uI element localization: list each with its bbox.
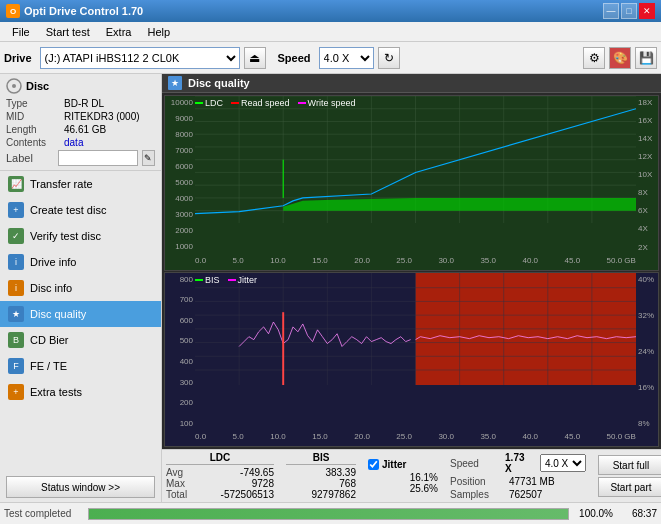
start-part-button[interactable]: Start part <box>598 477 661 497</box>
ldc-total-val: -572506513 <box>204 489 274 500</box>
drive-select[interactable]: (J:) ATAPI iHBS112 2 CL0K <box>40 47 240 69</box>
speed-stat-label: Speed <box>450 458 501 469</box>
nav-disc-info-label: Disc info <box>30 282 72 294</box>
progress-bar-outer <box>88 508 569 520</box>
nav-transfer-rate-label: Transfer rate <box>30 178 93 190</box>
nav-verify-test-disc[interactable]: ✓ Verify test disc <box>0 223 161 249</box>
position-label: Position <box>450 476 505 487</box>
disc-label-input[interactable] <box>58 150 138 166</box>
speed-select[interactable]: 4.0 X 1.0 X 2.0 X 8.0 X <box>319 47 374 69</box>
ldc-label: LDC <box>205 98 223 108</box>
minimize-button[interactable]: — <box>603 3 619 19</box>
nav-items: 📈 Transfer rate + Create test disc ✓ Ver… <box>0 171 161 472</box>
menu-extra[interactable]: Extra <box>98 24 140 40</box>
nav-create-test-disc[interactable]: + Create test disc <box>0 197 161 223</box>
svg-point-1 <box>12 84 16 88</box>
bis-avg-val: 383.39 <box>286 467 356 478</box>
nav-disc-info[interactable]: i Disc info <box>0 275 161 301</box>
transfer-rate-icon: 📈 <box>8 176 24 192</box>
nav-drive-info[interactable]: i Drive info <box>0 249 161 275</box>
speed-stat-select[interactable]: 4.0 X 1.0 X 2.0 X <box>540 454 587 472</box>
speed-label: Speed <box>278 52 311 64</box>
ldc-max-row: Max 9728 <box>166 478 274 489</box>
settings-button[interactable]: ⚙ <box>583 47 605 69</box>
progress-area: Test completed 100.0% 68:37 <box>0 502 661 524</box>
samples-label: Samples <box>450 489 505 500</box>
write-speed-legend: Write speed <box>298 98 356 108</box>
ldc-stats-header: LDC <box>166 452 274 465</box>
position-val: 47731 MB <box>509 476 555 487</box>
ldc-legend: LDC <box>195 98 223 108</box>
disc-length-key: Length <box>6 124 64 135</box>
menu-help[interactable]: Help <box>139 24 178 40</box>
color-button[interactable]: 🎨 <box>609 47 631 69</box>
jitter-avg-row: 16.1% <box>368 472 438 483</box>
verify-test-disc-icon: ✓ <box>8 228 24 244</box>
progress-time: 68:37 <box>617 508 657 519</box>
eject-button[interactable]: ⏏ <box>244 47 266 69</box>
nav-create-test-disc-label: Create test disc <box>30 204 106 216</box>
disc-contents-row: Contents data <box>6 137 155 148</box>
total-label: Total <box>166 489 196 500</box>
jitter-avg-val: 16.1% <box>368 472 438 483</box>
speed-row: Speed 1.73 X 4.0 X 1.0 X 2.0 X <box>450 452 586 474</box>
disc-type-val: BD-R DL <box>64 98 155 109</box>
jitter-checkbox[interactable] <box>368 459 379 470</box>
bottom-chart-legend: BIS Jitter <box>195 275 257 285</box>
jitter-dot <box>228 279 236 281</box>
disc-length-val: 46.61 GB <box>64 124 155 135</box>
top-y-axis-right: 18X 16X 14X 12X 10X 8X 6X 4X 2X <box>638 96 658 254</box>
disc-type-row: Type BD-R DL <box>6 98 155 109</box>
disc-icon <box>6 78 22 94</box>
bis-stats: BIS 383.39 768 92797862 <box>286 452 356 500</box>
nav-drive-info-label: Drive info <box>30 256 76 268</box>
stats-main-row: LDC Avg -749.65 Max 9728 Total -57250651… <box>166 452 657 500</box>
disc-mid-val: RITEKDR3 (000) <box>64 111 155 122</box>
nav-cd-bier[interactable]: B CD Bier <box>0 327 161 353</box>
jitter-stats-header: Jitter <box>382 459 406 470</box>
disc-length-row: Length 46.61 GB <box>6 124 155 135</box>
top-chart-legend: LDC Read speed Write speed <box>195 98 355 108</box>
nav-disc-quality[interactable]: ★ Disc quality <box>0 301 161 327</box>
top-chart: LDC Read speed Write speed 10000 9000 <box>164 95 659 271</box>
bottom-chart-svg <box>195 273 636 386</box>
menu-file[interactable]: File <box>4 24 38 40</box>
bis-total-row: 92797862 <box>286 489 356 500</box>
save-button[interactable]: 💾 <box>635 47 657 69</box>
ldc-stats: LDC Avg -749.65 Max 9728 Total -57250651… <box>166 452 274 500</box>
nav-disc-quality-label: Disc quality <box>30 308 86 320</box>
app-icon: O <box>6 4 20 18</box>
disc-quality-header-icon: ★ <box>168 76 182 90</box>
app-title: Opti Drive Control 1.70 <box>24 5 143 17</box>
top-y-axis-left: 10000 9000 8000 7000 6000 5000 4000 3000… <box>165 96 195 254</box>
maximize-button[interactable]: □ <box>621 3 637 19</box>
nav-fe-te[interactable]: F FE / TE <box>0 353 161 379</box>
cd-bier-icon: B <box>8 332 24 348</box>
speed-stat-val: 1.73 X <box>505 452 532 474</box>
write-speed-dot <box>298 102 306 104</box>
sidebar: Disc Type BD-R DL MID RITEKDR3 (000) Len… <box>0 74 162 502</box>
start-full-button[interactable]: Start full <box>598 455 661 475</box>
jitter-section: Jitter 16.1% 25.6% <box>368 459 438 494</box>
bottom-chart: BIS Jitter 800 700 600 500 400 300 200 <box>164 272 659 448</box>
nav-cd-bier-label: CD Bier <box>30 334 69 346</box>
read-speed-legend: Read speed <box>231 98 290 108</box>
bottom-y-axis-right: 40% 32% 24% 16% 8% <box>638 273 658 431</box>
status-window-button[interactable]: Status window >> <box>6 476 155 498</box>
disc-header: Disc <box>6 78 155 94</box>
toolbar: Drive (J:) ATAPI iHBS112 2 CL0K ⏏ Speed … <box>0 42 661 74</box>
label-edit-button[interactable]: ✎ <box>142 150 155 166</box>
jitter-header-row: Jitter <box>368 459 438 470</box>
ldc-avg-row: Avg -749.65 <box>166 467 274 478</box>
bis-label: BIS <box>205 275 220 285</box>
progress-bar-inner <box>89 509 568 519</box>
disc-quality-header: ★ Disc quality <box>162 74 661 93</box>
disc-contents-key: Contents <box>6 137 64 148</box>
menu-start-test[interactable]: Start test <box>38 24 98 40</box>
disc-label-key: Label <box>6 152 54 164</box>
nav-extra-tests[interactable]: + Extra tests <box>0 379 161 405</box>
refresh-button[interactable]: ↻ <box>378 47 400 69</box>
close-button[interactable]: ✕ <box>639 3 655 19</box>
nav-transfer-rate[interactable]: 📈 Transfer rate <box>0 171 161 197</box>
bis-total-val: 92797862 <box>286 489 356 500</box>
